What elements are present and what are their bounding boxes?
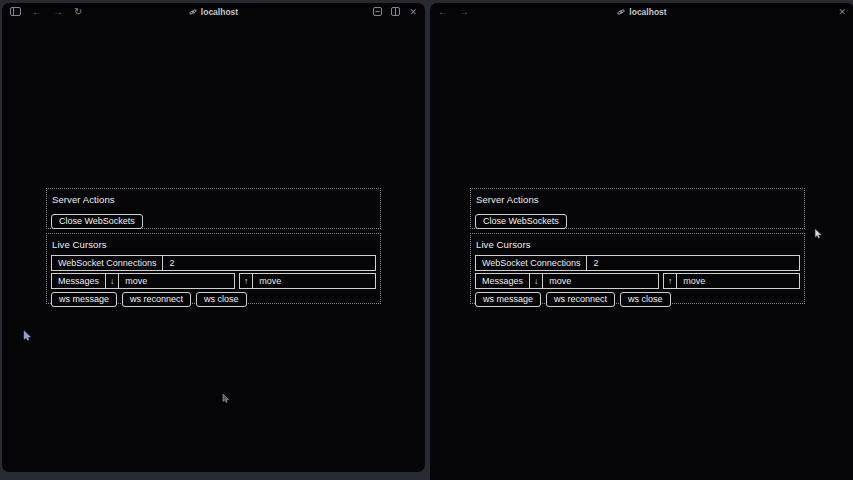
- messages-row: Messages ↓ move ↑ move: [475, 273, 800, 289]
- link-icon: [189, 8, 197, 16]
- server-actions-panel: Server Actions Close WebSockets: [470, 188, 805, 229]
- server-actions-heading: Server Actions: [476, 194, 800, 205]
- back-icon[interactable]: ←: [438, 7, 448, 17]
- browser-window-right: ← → localhost ✕ Server Actions Close Web…: [430, 3, 853, 480]
- back-icon[interactable]: ←: [32, 7, 42, 17]
- live-cursors-panel: Live Cursors WebSocket Connections 2 Mes…: [46, 233, 381, 304]
- reader-icon[interactable]: [373, 7, 382, 16]
- forward-icon[interactable]: →: [459, 7, 469, 17]
- connections-label: WebSocket Connections: [52, 256, 163, 270]
- link-icon: [617, 8, 625, 16]
- forward-icon[interactable]: →: [53, 7, 63, 17]
- close-icon[interactable]: ✕: [838, 7, 846, 17]
- ws-buttons-row: ws message ws reconnect ws close: [51, 292, 376, 307]
- browser-window-left: ← → ↻ localhost ✕ Server Actions Close W…: [2, 3, 425, 472]
- ws-buttons-row: ws message ws reconnect ws close: [475, 292, 800, 307]
- titlebar-right-controls: ✕: [838, 7, 846, 17]
- outgoing-event-value: move: [253, 274, 375, 288]
- window-title: localhost: [629, 7, 666, 17]
- close-icon[interactable]: ✕: [409, 7, 417, 17]
- window-title: localhost: [201, 7, 238, 17]
- up-arrow-icon: ↑: [240, 274, 253, 288]
- close-websockets-button[interactable]: Close WebSockets: [475, 214, 567, 229]
- live-cursors-heading: Live Cursors: [476, 239, 800, 250]
- ws-reconnect-button[interactable]: ws reconnect: [122, 292, 191, 307]
- connections-value: 2: [163, 256, 375, 270]
- address-title: localhost: [430, 3, 853, 20]
- live-cursors-panel: Live Cursors WebSocket Connections 2 Mes…: [470, 233, 805, 304]
- connections-row: WebSocket Connections 2: [475, 255, 800, 271]
- titlebar: ← → localhost ✕: [430, 3, 853, 20]
- server-actions-heading: Server Actions: [52, 194, 376, 205]
- ws-message-button[interactable]: ws message: [51, 292, 117, 307]
- messages-label: Messages: [476, 274, 530, 288]
- connections-value: 2: [587, 256, 799, 270]
- incoming-event-value: move: [543, 274, 658, 288]
- ws-close-button[interactable]: ws close: [196, 292, 247, 307]
- close-websockets-button[interactable]: Close WebSockets: [51, 214, 143, 229]
- messages-incoming-box: Messages ↓ move: [475, 273, 659, 289]
- messages-row: Messages ↓ move ↑ move: [51, 273, 376, 289]
- reload-icon[interactable]: ↻: [74, 7, 82, 17]
- titlebar: ← → ↻ localhost ✕: [2, 3, 425, 20]
- server-actions-panel: Server Actions Close WebSockets: [46, 188, 381, 229]
- live-cursors-heading: Live Cursors: [52, 239, 376, 250]
- messages-label: Messages: [52, 274, 106, 288]
- incoming-event-value: move: [119, 274, 234, 288]
- split-view-icon[interactable]: [391, 7, 400, 16]
- messages-outgoing-box: ↑ move: [663, 273, 800, 289]
- connections-label: WebSocket Connections: [476, 256, 587, 270]
- ws-close-button[interactable]: ws close: [620, 292, 671, 307]
- down-arrow-icon: ↓: [530, 274, 543, 288]
- messages-outgoing-box: ↑ move: [239, 273, 376, 289]
- up-arrow-icon: ↑: [664, 274, 677, 288]
- titlebar-left-controls: ← →: [438, 7, 469, 17]
- titlebar-right-controls: ✕: [373, 7, 417, 17]
- ws-message-button[interactable]: ws message: [475, 292, 541, 307]
- outgoing-event-value: move: [677, 274, 799, 288]
- messages-incoming-box: Messages ↓ move: [51, 273, 235, 289]
- ws-reconnect-button[interactable]: ws reconnect: [546, 292, 615, 307]
- connections-row: WebSocket Connections 2: [51, 255, 376, 271]
- titlebar-left-controls: ← → ↻: [10, 7, 82, 17]
- sidebar-toggle-icon[interactable]: [10, 7, 21, 16]
- down-arrow-icon: ↓: [106, 274, 119, 288]
